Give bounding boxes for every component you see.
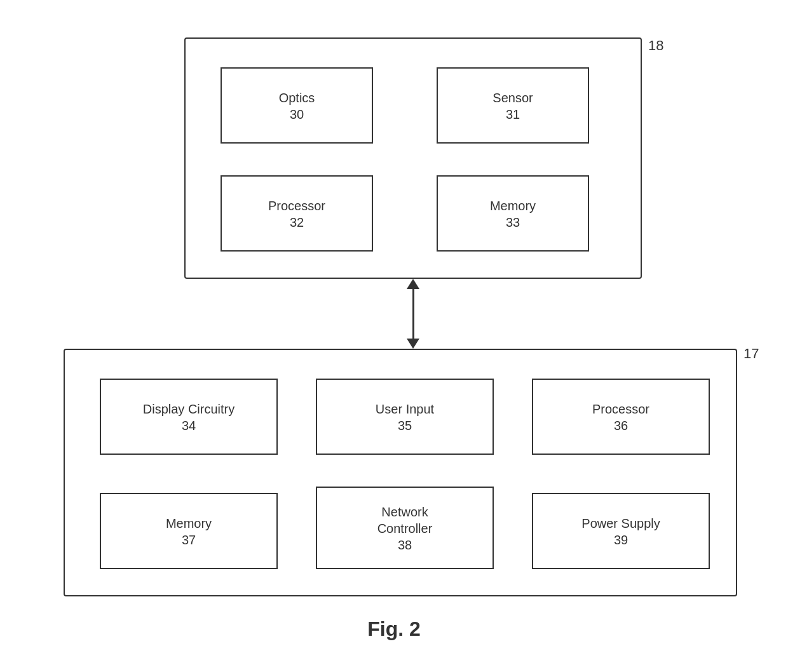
network-controller-box: Network Controller 38 <box>316 487 494 569</box>
sensor-number: 31 <box>506 107 520 122</box>
optics-box: Optics 30 <box>221 67 373 144</box>
optics-number: 30 <box>290 107 304 122</box>
arrow-head-down <box>407 339 419 349</box>
network-controller-number: 38 <box>398 538 412 553</box>
power-supply-box: Power Supply 39 <box>532 493 710 569</box>
memory33-box: Memory 33 <box>437 175 589 252</box>
memory33-name: Memory <box>490 198 536 214</box>
display-circuitry-name: Display Circuitry <box>143 401 234 417</box>
memory37-box: Memory 37 <box>100 493 278 569</box>
user-input-box: User Input 35 <box>316 379 494 455</box>
figure-label: Fig. 2 <box>367 617 421 641</box>
processor36-name: Processor <box>592 401 649 417</box>
group-17: Display Circuitry 34 User Input 35 Proce… <box>64 349 737 596</box>
processor36-number: 36 <box>614 419 628 433</box>
display-circuitry-box: Display Circuitry 34 <box>100 379 278 455</box>
display-circuitry-number: 34 <box>182 419 196 433</box>
memory33-number: 33 <box>506 215 520 230</box>
processor32-box: Processor 32 <box>221 175 373 252</box>
group-17-label: 17 <box>744 346 759 362</box>
sensor-name: Sensor <box>492 90 533 106</box>
network-controller-name: Network Controller <box>377 504 433 537</box>
memory37-number: 37 <box>182 533 196 548</box>
processor36-box: Processor 36 <box>532 379 710 455</box>
arrow-line <box>412 289 414 339</box>
optics-name: Optics <box>279 90 315 106</box>
processor32-number: 32 <box>290 215 304 230</box>
memory37-name: Memory <box>166 515 212 532</box>
group-18: Optics 30 Sensor 31 Processor 32 Memory … <box>184 37 642 279</box>
processor32-name: Processor <box>268 198 325 214</box>
diagram-container: 18 Optics 30 Sensor 31 Processor 32 Memo… <box>44 25 744 647</box>
group-18-label: 18 <box>648 37 663 54</box>
user-input-number: 35 <box>398 419 412 433</box>
arrow-head-up <box>407 279 419 289</box>
user-input-name: User Input <box>376 401 434 417</box>
power-supply-name: Power Supply <box>581 515 660 532</box>
bidirectional-arrow <box>404 279 423 349</box>
sensor-box: Sensor 31 <box>437 67 589 144</box>
power-supply-number: 39 <box>614 533 628 548</box>
